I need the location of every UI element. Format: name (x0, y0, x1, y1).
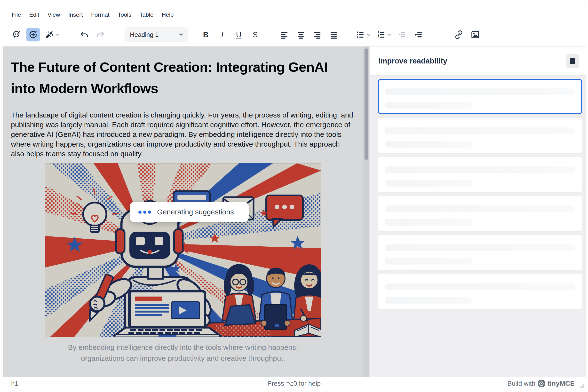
suggestion-card[interactable] (378, 235, 582, 270)
align-justify-icon (329, 30, 338, 39)
insert-link-button[interactable] (452, 28, 466, 42)
strikethrough-button[interactable]: S (248, 28, 262, 42)
underline-button[interactable]: U (232, 28, 246, 42)
status-bar: h1 Press ⌥0 for help Build with tinyMCE (2, 377, 586, 390)
menu-bar: File Edit View Insert Format Tools Table… (8, 7, 178, 22)
svg-text:3: 3 (378, 36, 379, 38)
suggestion-card[interactable] (378, 118, 582, 153)
generating-toast-label: Generating suggestions... (157, 208, 240, 216)
chevron-down-icon (387, 32, 392, 37)
align-center-button[interactable] (294, 28, 308, 42)
align-right-button[interactable] (310, 28, 324, 42)
chevron-down-icon (178, 32, 184, 37)
skeleton-line-long (385, 206, 575, 212)
redo-icon (96, 30, 106, 40)
align-left-icon (280, 30, 289, 39)
align-right-icon (313, 30, 322, 39)
skeleton-line-short (385, 297, 472, 304)
indent-icon (414, 30, 423, 39)
branding-name: tinyMCE (547, 380, 575, 388)
menu-table[interactable]: Table (136, 9, 158, 20)
align-justify-button[interactable] (327, 28, 341, 42)
block-format-value: Heading 1 (130, 31, 159, 38)
skeleton-line-short (385, 141, 472, 148)
ai-wand-dropdown-chevron[interactable] (55, 28, 61, 42)
bullet-list-icon (356, 30, 365, 39)
suggestion-card[interactable] (378, 79, 582, 114)
ai-review-button[interactable] (27, 28, 40, 42)
undo-icon (79, 30, 89, 40)
numbered-list-dropdown-chevron[interactable] (386, 28, 392, 42)
bullet-list-dropdown-chevron[interactable] (365, 28, 372, 42)
skeleton-line-long (385, 244, 575, 251)
resize-handle[interactable] (580, 384, 584, 388)
skeleton-line-short (385, 219, 472, 226)
menu-edit[interactable]: Edit (25, 9, 43, 20)
menu-help[interactable]: Help (158, 9, 178, 20)
toolbar-group-lists: 1 2 3 (354, 28, 425, 42)
align-center-icon (296, 30, 305, 39)
ai-assistant-button[interactable] (10, 28, 24, 42)
image-icon (470, 30, 480, 40)
sidebar-header: Improve readability (370, 46, 586, 76)
sidebar-title: Improve readability (378, 57, 447, 66)
suggestion-card[interactable] (378, 196, 582, 231)
editor-content-area[interactable]: The Future of Content Creation: Integrat… (3, 46, 369, 377)
toolbar-group-history (77, 28, 107, 42)
skeleton-line-long (385, 284, 575, 290)
menu-file[interactable]: File (8, 9, 25, 20)
bold-glyph: B (203, 31, 208, 38)
help-hint: Press ⌥0 for help (2, 380, 586, 388)
skeleton-line-long (385, 88, 575, 95)
stop-icon (570, 58, 575, 64)
menu-tools[interactable]: Tools (114, 9, 136, 20)
chevron-down-icon (55, 32, 60, 37)
magic-wand-icon (45, 30, 55, 40)
loading-dots-icon (138, 210, 151, 214)
stop-generating-button[interactable] (566, 54, 579, 68)
strikethrough-glyph: S (253, 31, 258, 38)
italic-button[interactable]: I (216, 28, 229, 42)
skeleton-line-short (385, 180, 472, 186)
suggestion-card[interactable] (378, 157, 582, 192)
indent-button[interactable] (412, 28, 425, 42)
align-left-button[interactable] (278, 28, 291, 42)
outdent-button[interactable] (395, 28, 409, 42)
branding-link[interactable]: Build with tinyMCE (507, 380, 575, 388)
ai-chat-icon (12, 30, 22, 40)
undo-button[interactable] (77, 28, 91, 42)
numbered-list-icon: 1 2 3 (377, 30, 386, 39)
toolbar-group-insert (452, 28, 482, 42)
skeleton-line-short (385, 258, 472, 264)
branding-prefix: Build with (507, 380, 535, 388)
suggestion-card-list (378, 79, 582, 309)
skeleton-line-short (385, 102, 472, 108)
menu-insert[interactable]: Insert (64, 9, 87, 20)
editor-window: File Edit View Insert Format Tools Table… (2, 2, 586, 390)
generating-toast: Generating suggestions... (130, 202, 249, 222)
ai-sparkle-eye-icon (28, 30, 38, 40)
italic-glyph: I (221, 31, 224, 39)
chevron-down-icon (366, 32, 371, 37)
menu-format[interactable]: Format (87, 9, 114, 20)
menu-view[interactable]: View (43, 9, 64, 20)
underline-glyph: U (236, 31, 241, 38)
skeleton-line-long (385, 166, 575, 173)
block-format-select[interactable]: Heading 1 (125, 28, 188, 42)
ai-suggestions-sidebar: Improve readability (369, 46, 586, 377)
toolbar-group-text-style: B I U S (199, 28, 262, 42)
bold-button[interactable]: B (199, 28, 213, 42)
suggestion-card[interactable] (378, 274, 582, 309)
tinymce-logo-icon (538, 380, 545, 387)
outdent-icon (397, 30, 407, 39)
insert-image-button[interactable] (468, 28, 482, 42)
toolbar: Heading 1 B I U S (2, 22, 586, 46)
toolbar-group-format: Heading 1 (125, 28, 188, 42)
toolbar-group-ai (10, 28, 61, 42)
skeleton-line-long (385, 128, 575, 134)
redo-button[interactable] (94, 28, 107, 42)
toolbar-group-align (278, 28, 341, 42)
link-icon (454, 30, 464, 40)
